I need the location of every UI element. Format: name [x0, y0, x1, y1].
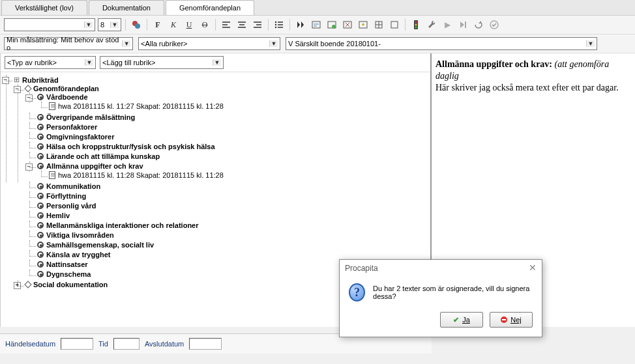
collapse-icon[interactable]: − — [25, 94, 33, 102]
node-social[interactable]: Social dokumentation — [33, 281, 108, 288]
svg-point-3 — [275, 24, 276, 25]
period-combo[interactable]: V Särskilt boende 20180101- ▼ — [286, 37, 597, 50]
font-family-combo[interactable]: ▼ — [4, 18, 95, 31]
italic-button[interactable]: K — [167, 18, 180, 31]
node-vardboende[interactable]: Vårdboende — [46, 93, 88, 101]
dialog-titlebar: Procapita ✕ — [340, 260, 542, 277]
tree-item[interactable]: Lärande och att tillämpa kunskap — [46, 152, 160, 160]
tree-item[interactable]: Personfaktorer — [46, 123, 97, 131]
tool-icon-3[interactable] — [341, 18, 354, 31]
eye-icon — [37, 183, 44, 189]
check-icon[interactable] — [488, 18, 501, 31]
underline-button[interactable]: U — [183, 18, 196, 31]
tree-item[interactable]: Förflyttning — [46, 192, 86, 200]
confirm-dialog: Procapita ✕ ? Du har 2 texter som är osi… — [339, 259, 542, 337]
tree-item[interactable]: Omgivningsfaktorer — [46, 133, 115, 141]
tid-field[interactable] — [113, 338, 140, 350]
close-icon[interactable]: ✕ — [529, 264, 537, 273]
wrench-icon[interactable] — [425, 18, 438, 31]
tool-icon-6[interactable] — [388, 18, 401, 31]
no-label: Nej — [510, 316, 522, 324]
rubric-type-text: <Typ av rubrik> — [7, 59, 57, 66]
svg-rect-5 — [312, 21, 320, 28]
tree-item[interactable]: Nattinsatser — [46, 260, 88, 268]
eye-icon — [37, 203, 44, 209]
tree-item[interactable]: Personlig vård — [46, 202, 96, 210]
tree-item[interactable]: Viktiga livsområden — [46, 231, 114, 239]
eye-icon — [37, 124, 44, 130]
tab-verkstallighet[interactable]: Verkställighet (lov) — [1, 0, 87, 15]
svg-point-4 — [275, 27, 276, 28]
node-plan[interactable]: Genomförandeplan — [33, 85, 99, 92]
avslutdatum-field[interactable] — [189, 338, 222, 350]
bold-button[interactable]: F — [151, 18, 164, 31]
diamond-icon — [24, 85, 31, 92]
tree-item[interactable]: Hemliv — [46, 212, 70, 219]
rubric-row: <Typ av rubrik> ▼ <Lägg till rubrik> ▼ — [1, 53, 430, 72]
headings-combo[interactable]: <Alla rubriker> ▼ — [138, 37, 280, 50]
collapse-icon[interactable]: − — [25, 163, 33, 171]
no-button[interactable]: Nej — [490, 312, 533, 328]
rubric-add-text: <Lägg till rubrik> — [102, 59, 155, 66]
period-combo-text: V Särskilt boende 20180101- — [288, 40, 381, 48]
expand-icon[interactable]: + — [14, 282, 21, 289]
goal-combo[interactable]: Min målsättning: Mitt behov av stöd o ▼ — [4, 37, 133, 50]
align-right-icon[interactable] — [251, 18, 264, 31]
tree-icon: ⊞ — [14, 76, 20, 84]
traffic-light-icon[interactable] — [409, 18, 422, 31]
eye-icon — [37, 232, 44, 238]
tree-item[interactable]: Hälsa och kroppstruktur/fysisk och psyki… — [46, 143, 215, 150]
tool-icon-1[interactable] — [310, 18, 323, 31]
tree-item[interactable]: Kommunikation — [46, 182, 100, 190]
yes-button[interactable]: ✔ Ja — [440, 312, 483, 328]
leaf-vardboende[interactable]: hwa 20181115 kl. 11:27 Skapat: 20181115 … — [58, 102, 224, 110]
tree-root[interactable]: Rubrikträd — [22, 76, 59, 84]
tool-icon-5[interactable] — [372, 18, 385, 31]
eye-icon — [37, 153, 44, 160]
tree-item[interactable]: Känsla av trygghet — [46, 251, 110, 259]
document-icon — [49, 102, 55, 110]
tab-genomforandeplan[interactable]: Genomförandeplan — [166, 0, 254, 15]
tree-item[interactable]: Mellanmänskliga interaktioner och relati… — [46, 221, 199, 229]
chevron-down-icon: ▼ — [586, 40, 595, 47]
align-left-icon[interactable] — [220, 18, 233, 31]
align-center-icon[interactable] — [235, 18, 248, 31]
tree-item[interactable]: Övergripande målsättning — [46, 113, 135, 121]
tab-dokumentation[interactable]: Dokumentation — [89, 0, 164, 15]
step-icon[interactable] — [456, 18, 469, 31]
eye-icon — [37, 133, 44, 140]
content-body: Här skriver jag också mera text efter et… — [436, 82, 631, 94]
leaf-allmanna[interactable]: hwa 20181115 kl. 11:28 Skapat: 20181115 … — [58, 171, 224, 179]
strike-button[interactable]: O — [198, 18, 211, 31]
chevron-down-icon: ▼ — [84, 21, 93, 28]
collapse-icon[interactable]: − — [14, 86, 21, 93]
refresh-icon[interactable] — [472, 18, 485, 31]
rubric-add-combo[interactable]: <Lägg till rubrik> ▼ — [100, 56, 224, 69]
eye-icon — [37, 222, 44, 229]
filter-row: Min målsättning: Mitt behov av stöd o ▼ … — [0, 35, 635, 53]
font-size-combo[interactable]: 8 ▼ — [98, 18, 121, 31]
svg-point-2 — [275, 21, 276, 23]
rubric-type-combo[interactable]: <Typ av rubrik> ▼ — [5, 56, 96, 69]
play-icon[interactable]: ▶ — [441, 18, 454, 31]
tool-icon-4[interactable] — [357, 18, 370, 31]
handelsedatum-field[interactable] — [61, 338, 93, 350]
eye-icon — [37, 143, 44, 150]
chevron-down-icon: ▼ — [213, 59, 221, 66]
headings-combo-text: <Alla rubriker> — [141, 40, 188, 48]
tree-item[interactable]: Dygnschema — [46, 270, 91, 278]
eye-icon — [37, 163, 44, 169]
svg-point-7 — [332, 25, 336, 29]
node-allmanna[interactable]: Allmänna uppgifter och krav — [46, 162, 143, 170]
tool-icon-2[interactable] — [325, 18, 338, 31]
svg-point-15 — [415, 27, 417, 29]
svg-point-13 — [415, 21, 417, 23]
collapse-icon[interactable]: − — [2, 77, 9, 84]
check-icon: ✔ — [453, 316, 459, 324]
tree-item[interactable]: Samhällsgemenskap, socialt liv — [46, 241, 154, 249]
find-icon[interactable] — [294, 18, 307, 31]
svg-rect-11 — [391, 21, 398, 28]
eye-icon — [37, 94, 44, 100]
bullet-list-icon[interactable] — [273, 18, 286, 31]
color-icon[interactable] — [130, 18, 143, 31]
